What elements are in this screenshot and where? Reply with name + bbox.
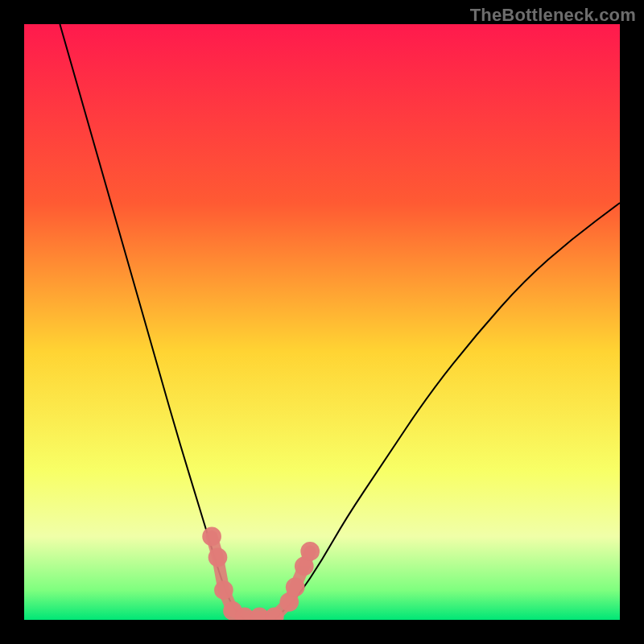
svg-point-8 xyxy=(286,577,305,597)
watermark-text: TheBottleneck.com xyxy=(470,5,636,26)
svg-point-0 xyxy=(202,527,221,547)
plot-svg xyxy=(24,24,620,620)
svg-point-2 xyxy=(214,580,233,600)
svg-point-1 xyxy=(208,547,228,567)
gradient-background xyxy=(24,24,620,620)
chart-canvas: TheBottleneck.com xyxy=(0,0,644,644)
svg-point-10 xyxy=(300,542,320,561)
